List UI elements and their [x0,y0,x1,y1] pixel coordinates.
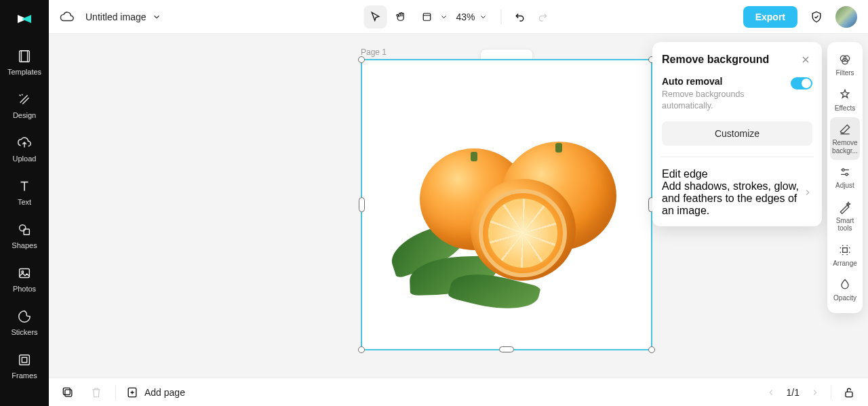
auto-removal-row: Auto removal Remove backgrounds automati… [662,76,812,112]
rail-effects[interactable]: Effects [830,83,860,118]
top-bar: Untitled image 43% Export [49,0,868,34]
sidebar-item-design[interactable]: Design [0,85,49,129]
redo-icon [537,11,549,23]
svg-rect-7 [22,357,26,362]
sidebar-item-photos[interactable]: Photos [0,259,49,302]
resize-handle-bottom[interactable] [499,346,514,352]
upload-icon [17,136,32,150]
crop-tool-button[interactable] [415,5,438,28]
design-icon [17,92,32,107]
rail-label: Smart tools [830,217,860,232]
svg-rect-4 [20,269,30,278]
chevron-right-icon [803,188,812,197]
svg-point-2 [20,225,26,231]
brand-logo[interactable] [11,5,38,33]
auto-removal-toggle[interactable] [791,77,812,89]
rail-remove-background[interactable]: Remove backgr... [830,117,860,160]
templates-icon [17,49,32,64]
sidebar-item-text[interactable]: Text [0,172,49,216]
sidebar-item-templates[interactable]: Templates [0,42,49,85]
add-page-label: Add page [144,387,185,398]
chevron-down-icon[interactable] [439,13,448,21]
unlock-icon [842,386,856,399]
edit-edge-row[interactable]: Edit edge Add shadows, strokes, glow, an… [662,168,812,217]
edit-edge-subtitle: Add shadows, strokes, glow, and feathers… [662,180,803,217]
zoom-value: 43% [456,12,475,22]
sidebar-item-label: Text [18,198,31,206]
sidebar-item-shapes[interactable]: Shapes [0,216,49,259]
sidebar-item-label: Templates [7,68,41,76]
rail-label: Effects [835,104,855,113]
selected-image[interactable] [361,59,652,350]
cloud-sync-button[interactable] [60,9,75,24]
add-page-button[interactable]: Add page [125,386,185,399]
rail-adjust[interactable]: Adjust [830,160,860,195]
export-button[interactable]: Export [743,6,797,28]
photos-icon [17,266,32,281]
eraser-icon [838,123,852,136]
rail-arrange[interactable]: Arrange [830,238,860,273]
filters-icon [838,53,852,66]
resize-handle-top-left[interactable] [358,56,365,63]
redo-button[interactable] [533,7,553,27]
zoom-dropdown[interactable]: 43% [456,12,487,22]
sidebar-item-frames[interactable]: Frames [0,346,49,389]
cursor-icon [369,11,381,23]
adjust-icon [838,165,852,179]
effects-icon [838,88,852,102]
left-sidebar: Templates Design Upload Text Shapes Phot… [0,0,49,406]
rail-filters[interactable]: Filters [830,47,860,83]
divider [660,157,814,157]
customize-button[interactable]: Customize [662,121,812,146]
orange-slice-graphic [479,189,567,277]
svg-rect-6 [20,355,30,365]
stickers-icon [17,309,32,324]
svg-rect-19 [843,247,848,252]
canvas-stage[interactable]: Page 1 Remove background [49,34,868,378]
close-icon [800,54,811,65]
pages-overview-button[interactable] [58,383,77,402]
prev-page-button[interactable] [764,385,778,400]
arrange-icon [838,243,852,257]
rail-opacity[interactable]: Opacity [830,272,860,308]
svg-point-18 [846,174,848,176]
separator [501,9,502,24]
rail-label: Filters [835,69,854,77]
chevron-left-icon [766,388,776,397]
stem-graphic [555,143,562,153]
svg-rect-21 [63,388,70,394]
sidebar-item-label: Shapes [12,241,37,249]
magic-wand-icon [838,201,852,214]
chevron-down-icon [152,12,161,22]
stem-graphic [471,152,477,161]
resize-handle-bottom-left[interactable] [358,346,365,353]
rail-label: Adjust [835,182,854,190]
user-avatar[interactable] [835,6,857,28]
resize-handle-left[interactable] [359,197,365,212]
sidebar-item-upload[interactable]: Upload [0,129,49,172]
frames-icon [17,352,32,367]
select-tool-button[interactable] [363,5,387,28]
panel-close-button[interactable] [799,53,812,66]
svg-point-17 [842,169,844,171]
sidebar-item-stickers[interactable]: Stickers [0,302,49,346]
svg-rect-8 [423,13,431,20]
rail-label: Opacity [833,294,856,302]
auto-removal-title: Auto removal [662,76,784,87]
undo-button[interactable] [510,7,530,27]
canvas-tools-group: 43% [363,5,553,28]
lock-button[interactable] [840,383,859,402]
resize-handle-bottom-right[interactable] [648,346,655,353]
capcut-logo-icon [15,9,34,28]
delete-page-button[interactable] [87,383,106,402]
rail-label: Remove backgr... [830,139,860,155]
remove-background-panel: Remove background Auto removal Remove ba… [652,42,822,226]
rail-smart-tools[interactable]: Smart tools [830,195,860,238]
undo-icon [514,11,526,23]
shield-check-icon [810,10,823,24]
document-title-dropdown[interactable]: Untitled image [85,12,161,22]
svg-rect-1 [21,51,27,62]
privacy-shield-button[interactable] [807,7,826,26]
hand-tool-button[interactable] [389,5,412,28]
next-page-button[interactable] [808,385,823,400]
